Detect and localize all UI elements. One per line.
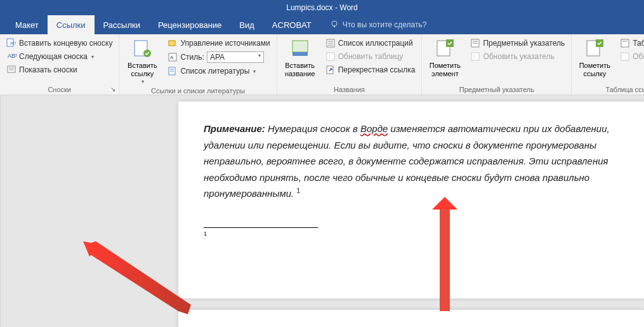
document-page-next[interactable] (178, 310, 644, 327)
svg-marker-38 (83, 241, 101, 257)
update-icon: ! (325, 51, 336, 62)
note-label: Примечание: (204, 123, 265, 134)
svg-rect-16 (292, 41, 308, 52)
cross-ref-icon (325, 65, 336, 75)
mark-citation-button[interactable]: Пометить ссылку (575, 37, 614, 80)
group-label-index: Предметный указатель (426, 84, 567, 95)
mark-entry-icon (435, 38, 455, 60)
group-index: Пометить элемент Предметный указатель ! … (422, 34, 572, 95)
citation-style-select[interactable]: A Стиль: APA ▾ (165, 50, 272, 64)
insert-caption-button[interactable]: Вставить название (281, 37, 319, 80)
style-icon: A (168, 52, 178, 62)
insert-index-button[interactable]: Предметный указатель (468, 37, 567, 50)
ribbon: ab Вставить концевую сноску AB¹ Следующа… (0, 34, 644, 95)
svg-marker-37 (86, 241, 191, 314)
update-auth-icon (620, 51, 630, 62)
lightbulb-icon (330, 20, 339, 30)
show-notes-icon (6, 65, 16, 75)
tab-references[interactable]: Ссылки (48, 15, 95, 34)
show-notes-button[interactable]: Показать сноски (4, 63, 115, 76)
index-icon (470, 38, 480, 48)
chevron-down-icon: ▾ (91, 54, 94, 60)
authorities-icon (620, 38, 630, 48)
tell-me-box[interactable]: Что вы хотите сделать? (330, 20, 427, 30)
svg-rect-10 (169, 41, 175, 46)
insert-citation-button[interactable]: Вставить ссылку ▾ (123, 37, 161, 86)
tab-mailings[interactable]: Рассылки (95, 15, 149, 34)
chevron-down-icon: ▾ (253, 69, 256, 74)
group-citations: Вставить ссылку ▾ Управление источниками… (119, 34, 277, 95)
group-label-authorities: Таблица ссылок (575, 84, 644, 95)
svg-point-0 (332, 21, 337, 26)
spellcheck-underline[interactable]: Ворде (360, 123, 388, 134)
next-footnote-button[interactable]: AB¹ Следующая сноска ▾ (4, 50, 115, 63)
group-label-citations: Ссылки и списки литературы (123, 86, 272, 96)
style-value[interactable]: APA ▾ (207, 51, 264, 63)
group-label-footnotes: Сноски (4, 84, 115, 95)
endnote-icon: ab (6, 38, 16, 48)
group-authorities: Пометить ссылку Таблица ссыл Обновить та… (572, 34, 644, 95)
footnote-area[interactable]: 1 (204, 230, 632, 241)
update-index-button: ! Обновить указатель (468, 50, 567, 63)
update-authorities-button: Обновить табл (617, 50, 644, 63)
bibliography-icon (168, 66, 178, 76)
svg-text:AB¹: AB¹ (8, 53, 16, 59)
svg-rect-36 (621, 53, 629, 60)
bibliography-button[interactable]: Список литературы ▾ (165, 65, 272, 77)
svg-rect-34 (621, 39, 629, 47)
svg-rect-17 (292, 52, 308, 56)
document-canvas[interactable]: Примечание: Нумерация сносок в Ворде изм… (1, 95, 644, 327)
cross-reference-button[interactable]: Перекрестная ссылка (323, 63, 418, 76)
manage-sources-icon (168, 38, 178, 48)
document-workspace: Примечание: Нумерация сносок в Ворде изм… (0, 95, 644, 327)
insert-endnote-button[interactable]: ab Вставить концевую сноску (4, 37, 115, 50)
document-page[interactable]: Примечание: Нумерация сносок в Ворде изм… (178, 102, 644, 298)
mark-entry-button[interactable]: Пометить элемент (426, 37, 464, 80)
caption-icon (290, 38, 310, 60)
manage-sources-button[interactable]: Управление источниками (165, 37, 272, 50)
group-label-captions: Названия (281, 84, 418, 95)
next-footnote-icon: AB¹ (6, 51, 16, 62)
dialog-launcher-footnotes[interactable]: ↘ (108, 84, 117, 93)
footnote-reference[interactable]: 1 (296, 187, 300, 194)
mark-citation-icon (584, 38, 605, 60)
svg-text:!: ! (329, 53, 331, 60)
tab-view[interactable]: Вид (230, 15, 263, 34)
tof-icon (325, 38, 336, 48)
tab-review[interactable]: Рецензирование (149, 15, 230, 34)
title-bar: Lumpics.docx - Word (0, 0, 644, 15)
svg-rect-1 (334, 26, 335, 27)
tab-acrobat[interactable]: ACROBAT (263, 15, 320, 34)
document-title: Lumpics.docx - Word (286, 3, 357, 12)
insert-authorities-button[interactable]: Таблица ссыл (617, 37, 644, 50)
svg-rect-5 (8, 66, 15, 72)
svg-text:ab: ab (10, 40, 16, 46)
group-captions: Вставить название Список иллюстраций ! О… (277, 34, 423, 95)
svg-text:!: ! (473, 53, 475, 60)
ribbon-tabs: Макет Ссылки Рассылки Рецензирование Вид… (0, 15, 644, 34)
group-footnotes: ab Вставить концевую сноску AB¹ Следующа… (0, 34, 119, 95)
tell-me-placeholder: Что вы хотите сделать? (343, 20, 427, 29)
footnote-separator (204, 227, 318, 228)
svg-text:A: A (170, 55, 174, 60)
update-table-button: ! Обновить таблицу (323, 50, 418, 63)
document-paragraph[interactable]: Примечание: Нумерация сносок в Ворде изм… (204, 121, 632, 202)
footnote-number: 1 (204, 230, 207, 237)
chevron-down-icon: ▾ (141, 79, 144, 85)
tab-layout[interactable]: Макет (6, 15, 48, 34)
svg-rect-30 (471, 53, 479, 60)
citation-icon (132, 38, 152, 60)
update-index-icon: ! (470, 51, 480, 62)
svg-rect-22 (327, 53, 334, 60)
table-of-figures-button[interactable]: Список иллюстраций (323, 37, 418, 50)
